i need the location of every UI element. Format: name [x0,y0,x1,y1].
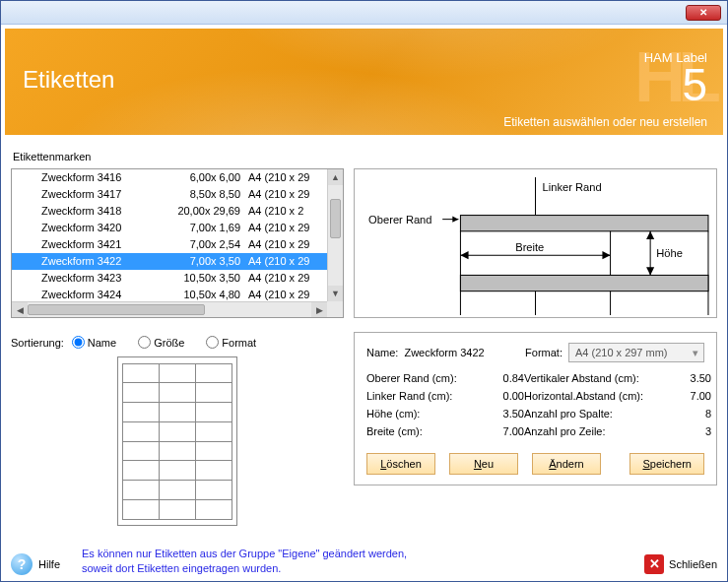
oberer-rand-value: 0.84 [485,372,524,384]
list-row[interactable]: Zweckform 342310,50x 3,50A4 (210 x 29 [12,270,327,287]
scroll-up-button[interactable]: ▲ [328,169,343,185]
list-viewport[interactable]: Zweckform 34166,00x 6,00A4 (210 x 29Zwec… [12,169,327,301]
vabstand-label: Vertikaler Abstand (cm): [524,372,672,384]
save-button[interactable]: Speichern [629,453,704,475]
zeile-label: Anzahl pro Zeile: [524,425,672,437]
page-title: Etiketten [23,66,114,94]
label-sheet-preview [117,356,237,526]
dialog-window: ✕ HL Etiketten HAM Label 5 Etiketten aus… [0,0,728,582]
name-label: Name: [366,347,398,358]
svg-marker-2 [452,217,458,223]
svg-marker-12 [646,267,654,275]
new-button[interactable]: Neu [449,453,518,475]
brand: HAM Label 5 [644,50,707,105]
sort-size-radio[interactable]: Größe [138,336,184,349]
help-link[interactable]: Hilfe [38,558,60,570]
linker-rand-label: Linker Rand (cm): [366,390,485,402]
scroll-right-button[interactable]: ▶ [311,302,327,317]
diag-hoehe: Höhe [656,247,683,259]
right-column: Linker Rand Oberer Rand Breite Höhe [354,168,717,485]
svg-marker-11 [646,231,654,239]
dimensions-diagram: Linker Rand Oberer Rand Breite Höhe [354,168,717,318]
svg-rect-13 [460,275,708,291]
list-row[interactable]: Zweckform 34166,00x 6,00A4 (210 x 29 [12,169,327,186]
list-row[interactable]: Zweckform 34227,00x 3,50A4 (210 x 29 [12,253,327,270]
close-button[interactable]: ✕ Schließen [644,554,717,574]
window-close-button[interactable]: ✕ [686,5,721,21]
format-label: Format: [525,347,563,358]
diag-breite: Breite [515,241,544,253]
hoehe-label: Höhe (cm): [366,408,485,420]
detail-panel: Name: Zweckform 3422 Format: A4 (210 x 2… [354,332,717,485]
help-icon[interactable]: ? [11,553,33,575]
format-select[interactable]: A4 (210 x 297 mm) [568,343,704,362]
vscroll-thumb[interactable] [330,199,341,238]
scroll-left-button[interactable]: ◀ [12,302,28,317]
label-list: Zweckform 34166,00x 6,00A4 (210 x 29Zwec… [11,168,344,318]
svg-marker-9 [602,251,610,259]
list-hscrollbar[interactable]: ◀ ▶ [12,301,327,317]
list-row[interactable]: Zweckform 34178,50x 8,50A4 (210 x 29 [12,186,327,203]
titlebar: ✕ [1,1,727,25]
scroll-corner [327,301,343,317]
edit-button[interactable]: Ändern [532,453,601,475]
delete-button[interactable]: Löschen [366,453,435,475]
habstand-value: 7.00 [672,390,711,402]
list-row[interactable]: Zweckform 34207,00x 1,69A4 (210 x 29 [12,220,327,236]
spalte-label: Anzahl pro Spalte: [524,408,672,420]
list-vscrollbar[interactable]: ▲ ▼ [327,169,343,301]
hscroll-thumb[interactable] [28,304,205,315]
breite-label: Breite (cm): [366,425,485,437]
hoehe-value: 3.50 [485,408,524,420]
sort-row: Sortierung: Name Größe Format [11,336,344,349]
diag-oberer-rand: Oberer Rand [368,214,431,226]
scroll-down-button[interactable]: ▼ [328,286,343,301]
left-column: Zweckform 34166,00x 6,00A4 (210 x 29Zwec… [11,168,344,526]
name-value: Zweckform 3422 [404,347,484,358]
sort-format-radio[interactable]: Format [206,336,256,349]
list-label: Etikettenmarken [13,151,91,162]
list-row[interactable]: Zweckform 342410,50x 4,80A4 (210 x 29 [12,287,327,301]
diag-linker-rand: Linker Rand [543,181,602,193]
habstand-label: Horizontal.Abstand (cm): [524,390,672,402]
sort-name-radio[interactable]: Name [72,336,116,349]
list-row[interactable]: Zweckform 341820,00x 29,69A4 (210 x 2 [12,203,327,220]
content: Etikettenmarken Zweckform 34166,00x 6,00… [11,139,717,536]
sort-label: Sortierung: [11,337,64,349]
page-subtitle: Etiketten auswählen oder neu erstellen [503,115,707,129]
svg-rect-3 [460,216,708,231]
close-icon: ✕ [644,554,664,574]
zeile-value: 3 [672,425,711,437]
footer: ? Hilfe ✕ Schließen [11,553,717,575]
banner: HL Etiketten HAM Label 5 Etiketten auswä… [4,28,724,136]
vabstand-value: 3.50 [672,372,711,384]
svg-marker-8 [460,251,468,259]
linker-rand-value: 0.00 [485,390,524,402]
brand-version: 5 [644,65,707,105]
breite-value: 7.00 [485,425,524,437]
spalte-value: 8 [672,408,711,420]
oberer-rand-label: Oberer Rand (cm): [366,372,485,384]
list-row[interactable]: Zweckform 34217,00x 2,54A4 (210 x 29 [12,236,327,253]
